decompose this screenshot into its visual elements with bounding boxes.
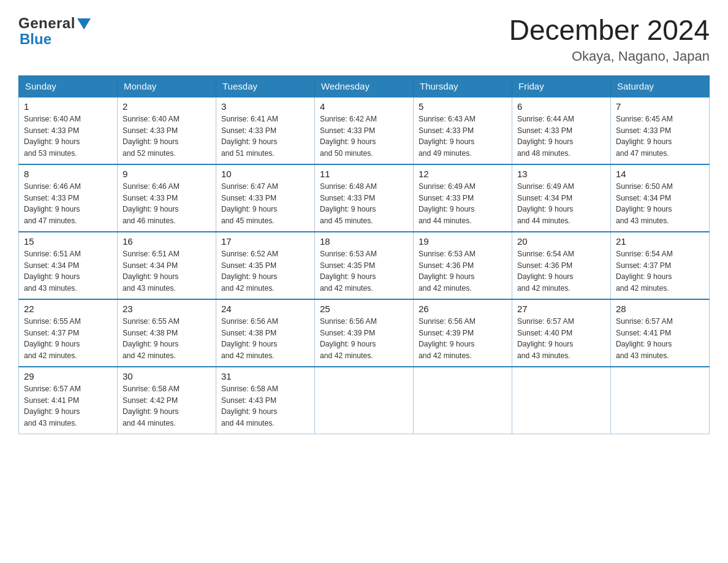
day-number: 8 xyxy=(24,169,112,179)
col-monday: Monday xyxy=(118,75,216,97)
table-row: 21Sunrise: 6:54 AMSunset: 4:37 PMDayligh… xyxy=(611,232,710,299)
day-number: 20 xyxy=(517,236,605,247)
table-row xyxy=(315,367,414,434)
day-info: Sunrise: 6:43 AMSunset: 4:33 PMDaylight:… xyxy=(419,113,507,160)
table-row: 27Sunrise: 6:57 AMSunset: 4:40 PMDayligh… xyxy=(512,299,611,367)
table-row: 16Sunrise: 6:51 AMSunset: 4:34 PMDayligh… xyxy=(118,232,216,299)
day-number: 4 xyxy=(320,101,408,112)
table-row: 29Sunrise: 6:57 AMSunset: 4:41 PMDayligh… xyxy=(19,367,118,434)
day-number: 26 xyxy=(419,304,507,314)
day-info: Sunrise: 6:47 AMSunset: 4:33 PMDaylight:… xyxy=(221,181,309,228)
col-saturday: Saturday xyxy=(611,75,710,97)
day-number: 6 xyxy=(517,101,605,112)
page-header: General Blue December 2024 Okaya, Nagano… xyxy=(18,15,710,64)
table-row: 3Sunrise: 6:41 AMSunset: 4:33 PMDaylight… xyxy=(216,97,315,164)
day-info: Sunrise: 6:40 AMSunset: 4:33 PMDaylight:… xyxy=(123,113,211,160)
logo-general-text: General xyxy=(18,15,75,32)
table-row: 8Sunrise: 6:46 AMSunset: 4:33 PMDaylight… xyxy=(19,164,118,232)
day-info: Sunrise: 6:42 AMSunset: 4:33 PMDaylight:… xyxy=(320,113,408,160)
day-number: 24 xyxy=(221,304,309,314)
calendar-subtitle: Okaya, Nagano, Japan xyxy=(509,48,710,64)
day-info: Sunrise: 6:57 AMSunset: 4:41 PMDaylight:… xyxy=(616,316,704,362)
day-number: 12 xyxy=(419,169,507,179)
day-number: 23 xyxy=(123,304,211,314)
day-info: Sunrise: 6:58 AMSunset: 4:43 PMDaylight:… xyxy=(221,383,309,430)
day-number: 25 xyxy=(320,304,408,314)
day-number: 1 xyxy=(24,101,112,112)
day-number: 3 xyxy=(221,101,309,112)
day-info: Sunrise: 6:56 AMSunset: 4:39 PMDaylight:… xyxy=(419,316,507,362)
table-row: 4Sunrise: 6:42 AMSunset: 4:33 PMDaylight… xyxy=(315,97,414,164)
logo-blue-text: Blue xyxy=(20,31,51,48)
day-info: Sunrise: 6:55 AMSunset: 4:38 PMDaylight:… xyxy=(123,316,211,362)
day-info: Sunrise: 6:50 AMSunset: 4:34 PMDaylight:… xyxy=(616,181,704,228)
table-row: 1Sunrise: 6:40 AMSunset: 4:33 PMDaylight… xyxy=(19,97,118,164)
table-row: 11Sunrise: 6:48 AMSunset: 4:33 PMDayligh… xyxy=(315,164,414,232)
day-info: Sunrise: 6:53 AMSunset: 4:36 PMDaylight:… xyxy=(419,248,507,295)
day-number: 7 xyxy=(616,101,704,112)
day-info: Sunrise: 6:41 AMSunset: 4:33 PMDaylight:… xyxy=(221,113,309,160)
logo: General Blue xyxy=(18,15,91,48)
table-row: 9Sunrise: 6:46 AMSunset: 4:33 PMDaylight… xyxy=(118,164,216,232)
table-row: 18Sunrise: 6:53 AMSunset: 4:35 PMDayligh… xyxy=(315,232,414,299)
table-row: 17Sunrise: 6:52 AMSunset: 4:35 PMDayligh… xyxy=(216,232,315,299)
table-row: 19Sunrise: 6:53 AMSunset: 4:36 PMDayligh… xyxy=(414,232,512,299)
table-row: 20Sunrise: 6:54 AMSunset: 4:36 PMDayligh… xyxy=(512,232,611,299)
day-info: Sunrise: 6:54 AMSunset: 4:37 PMDaylight:… xyxy=(616,248,704,295)
calendar-header: Sunday Monday Tuesday Wednesday Thursday… xyxy=(19,75,710,97)
day-info: Sunrise: 6:51 AMSunset: 4:34 PMDaylight:… xyxy=(123,248,211,295)
table-row: 25Sunrise: 6:56 AMSunset: 4:39 PMDayligh… xyxy=(315,299,414,367)
day-number: 5 xyxy=(419,101,507,112)
day-number: 10 xyxy=(221,169,309,179)
table-row: 13Sunrise: 6:49 AMSunset: 4:34 PMDayligh… xyxy=(512,164,611,232)
calendar-title-area: December 2024 Okaya, Nagano, Japan xyxy=(509,15,710,64)
col-tuesday: Tuesday xyxy=(216,75,315,97)
table-row xyxy=(512,367,611,434)
day-info: Sunrise: 6:45 AMSunset: 4:33 PMDaylight:… xyxy=(616,113,704,160)
day-info: Sunrise: 6:57 AMSunset: 4:40 PMDaylight:… xyxy=(517,316,605,362)
col-friday: Friday xyxy=(512,75,611,97)
day-number: 19 xyxy=(419,236,507,247)
day-info: Sunrise: 6:48 AMSunset: 4:33 PMDaylight:… xyxy=(320,181,408,228)
day-info: Sunrise: 6:56 AMSunset: 4:38 PMDaylight:… xyxy=(221,316,309,362)
day-number: 28 xyxy=(616,304,704,314)
day-number: 22 xyxy=(24,304,112,314)
table-row: 26Sunrise: 6:56 AMSunset: 4:39 PMDayligh… xyxy=(414,299,512,367)
table-row: 23Sunrise: 6:55 AMSunset: 4:38 PMDayligh… xyxy=(118,299,216,367)
day-info: Sunrise: 6:52 AMSunset: 4:35 PMDaylight:… xyxy=(221,248,309,295)
day-number: 29 xyxy=(24,371,112,381)
calendar-table: Sunday Monday Tuesday Wednesday Thursday… xyxy=(18,75,710,435)
col-thursday: Thursday xyxy=(414,75,512,97)
day-info: Sunrise: 6:55 AMSunset: 4:37 PMDaylight:… xyxy=(24,316,112,362)
day-number: 30 xyxy=(123,371,211,381)
day-number: 21 xyxy=(616,236,704,247)
day-info: Sunrise: 6:54 AMSunset: 4:36 PMDaylight:… xyxy=(517,248,605,295)
calendar-title: December 2024 xyxy=(509,15,710,46)
day-info: Sunrise: 6:53 AMSunset: 4:35 PMDaylight:… xyxy=(320,248,408,295)
table-row: 5Sunrise: 6:43 AMSunset: 4:33 PMDaylight… xyxy=(414,97,512,164)
day-info: Sunrise: 6:49 AMSunset: 4:33 PMDaylight:… xyxy=(419,181,507,228)
day-info: Sunrise: 6:57 AMSunset: 4:41 PMDaylight:… xyxy=(24,383,112,430)
table-row: 22Sunrise: 6:55 AMSunset: 4:37 PMDayligh… xyxy=(19,299,118,367)
table-row: 31Sunrise: 6:58 AMSunset: 4:43 PMDayligh… xyxy=(216,367,315,434)
day-info: Sunrise: 6:56 AMSunset: 4:39 PMDaylight:… xyxy=(320,316,408,362)
table-row xyxy=(611,367,710,434)
day-number: 2 xyxy=(123,101,211,112)
table-row: 15Sunrise: 6:51 AMSunset: 4:34 PMDayligh… xyxy=(19,232,118,299)
table-row: 24Sunrise: 6:56 AMSunset: 4:38 PMDayligh… xyxy=(216,299,315,367)
table-row: 30Sunrise: 6:58 AMSunset: 4:42 PMDayligh… xyxy=(118,367,216,434)
table-row: 7Sunrise: 6:45 AMSunset: 4:33 PMDaylight… xyxy=(611,97,710,164)
day-number: 14 xyxy=(616,169,704,179)
day-number: 31 xyxy=(221,371,309,381)
table-row: 14Sunrise: 6:50 AMSunset: 4:34 PMDayligh… xyxy=(611,164,710,232)
day-number: 17 xyxy=(221,236,309,247)
day-info: Sunrise: 6:58 AMSunset: 4:42 PMDaylight:… xyxy=(123,383,211,430)
day-info: Sunrise: 6:44 AMSunset: 4:33 PMDaylight:… xyxy=(517,113,605,160)
calendar-body: 1Sunrise: 6:40 AMSunset: 4:33 PMDaylight… xyxy=(19,97,710,434)
day-number: 15 xyxy=(24,236,112,247)
day-info: Sunrise: 6:49 AMSunset: 4:34 PMDaylight:… xyxy=(517,181,605,228)
day-number: 18 xyxy=(320,236,408,247)
logo-triangle-icon xyxy=(77,18,91,32)
table-row: 2Sunrise: 6:40 AMSunset: 4:33 PMDaylight… xyxy=(118,97,216,164)
table-row xyxy=(414,367,512,434)
